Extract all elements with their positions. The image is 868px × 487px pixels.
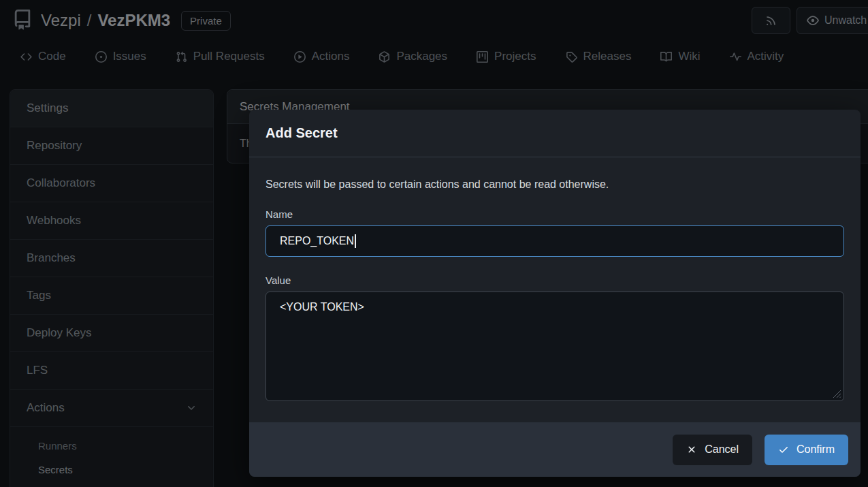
cancel-label: Cancel xyxy=(705,443,739,456)
resize-handle[interactable] xyxy=(833,390,841,398)
confirm-button[interactable]: Confirm xyxy=(765,435,848,465)
modal-title: Add Secret xyxy=(266,125,338,141)
check-icon xyxy=(778,444,789,455)
confirm-label: Confirm xyxy=(797,443,835,456)
secret-value-textarea[interactable]: <YOUR TOKEN> xyxy=(266,292,844,401)
secret-value-text: <YOUR TOKEN> xyxy=(280,301,364,313)
modal-header: Add Secret xyxy=(249,110,861,157)
add-secret-modal: Add Secret Secrets will be passed to cer… xyxy=(249,110,861,477)
cancel-button[interactable]: Cancel xyxy=(673,435,752,465)
modal-message: Secrets will be passed to certain action… xyxy=(266,178,844,191)
secret-name-input[interactable]: REPO_TOKEN xyxy=(266,225,844,257)
value-field-label: Value xyxy=(266,274,844,286)
text-cursor xyxy=(355,234,356,248)
modal-footer: Cancel Confirm xyxy=(249,422,861,477)
secret-name-value: REPO_TOKEN xyxy=(280,235,354,247)
modal-body: Secrets will be passed to certain action… xyxy=(249,157,861,401)
name-field-label: Name xyxy=(266,208,844,220)
close-icon xyxy=(686,444,697,455)
